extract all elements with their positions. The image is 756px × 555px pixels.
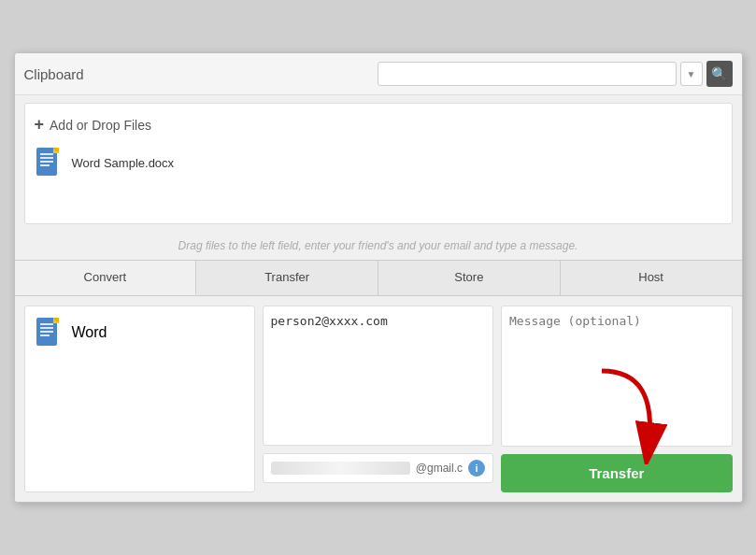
app-title: Clipboard <box>24 66 84 82</box>
main-content: Word person2@xxxx.com @gmail.c i <box>15 296 742 502</box>
svg-rect-10 <box>40 331 53 333</box>
svg-rect-2 <box>40 157 53 159</box>
at-suffix: @gmail.c <box>416 462 463 475</box>
from-email-blurred <box>271 462 410 475</box>
svg-rect-4 <box>40 164 50 166</box>
tab-store[interactable]: Store <box>378 261 561 295</box>
recipient-email-input[interactable]: person2@xxxx.com <box>263 306 494 446</box>
tab-transfer[interactable]: Transfer <box>196 261 378 295</box>
dropdown-button[interactable]: ▼ <box>680 62 703 86</box>
file-item: Word Sample.docx <box>35 146 722 179</box>
panel-right: Transfer <box>501 306 733 492</box>
panel-word-icon <box>35 316 64 349</box>
tabs-container: Convert Transfer Store Host <box>15 260 742 296</box>
search-icon: 🔍 <box>711 66 727 81</box>
search-bar: ▼ 🔍 <box>92 61 733 87</box>
info-icon[interactable]: i <box>468 460 485 477</box>
panel-middle: person2@xxxx.com @gmail.c i <box>263 306 494 492</box>
add-files-label: Add or Drop Files <box>50 118 151 133</box>
panel-files: Word <box>24 306 255 492</box>
tab-convert[interactable]: Convert <box>15 261 197 295</box>
header: Clipboard ▼ 🔍 <box>15 53 742 95</box>
hint-text: Drag files to the left field, enter your… <box>15 232 742 260</box>
svg-rect-11 <box>40 334 50 336</box>
svg-rect-1 <box>40 153 53 155</box>
svg-rect-3 <box>40 161 53 163</box>
from-email-row: @gmail.c i <box>263 453 494 483</box>
tab-host[interactable]: Host <box>561 261 742 295</box>
panel-file-label: Word <box>72 324 107 341</box>
app-window: Clipboard ▼ 🔍 + Add or Drop Files <box>14 52 743 503</box>
file-name: Word Sample.docx <box>72 156 175 170</box>
svg-rect-8 <box>40 323 53 325</box>
add-files-button[interactable]: + Add or Drop Files <box>35 113 151 136</box>
search-button[interactable]: 🔍 <box>706 61 733 87</box>
file-drop-area: + Add or Drop Files Word Sample.docx <box>24 103 733 224</box>
panel-file-item: Word <box>35 316 245 349</box>
svg-rect-9 <box>40 327 53 329</box>
word-file-icon <box>35 146 64 179</box>
search-input[interactable] <box>378 62 677 86</box>
transfer-button[interactable]: Transfer <box>501 454 733 492</box>
message-input[interactable] <box>501 306 733 447</box>
plus-icon: + <box>35 115 45 135</box>
